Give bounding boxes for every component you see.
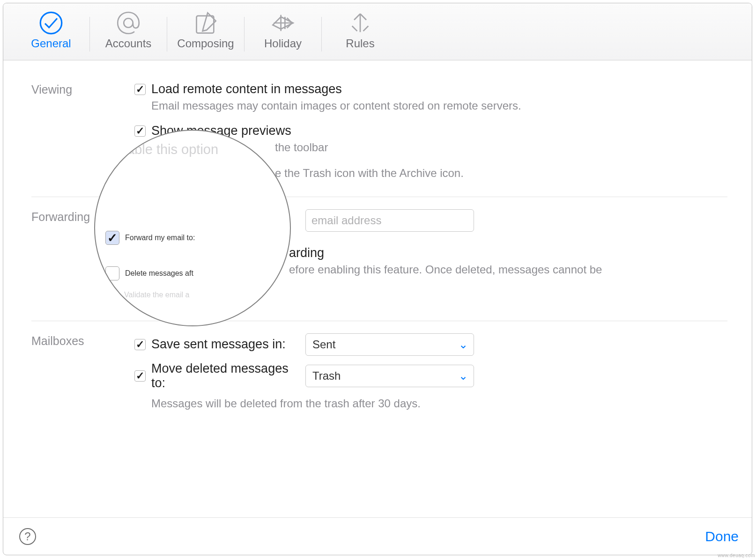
tab-rules[interactable]: Rules xyxy=(323,8,398,56)
label-save-sent: Save sent messages in: xyxy=(151,337,286,352)
preferences-window: General Accounts Composing Holiday xyxy=(3,3,752,555)
help-previews-tail: the toolbar xyxy=(275,140,727,155)
section-title-forwarding: Forwarding xyxy=(31,209,134,305)
help-validate-tail: ered. xyxy=(181,290,727,305)
checkbox-move-deleted[interactable] xyxy=(134,370,146,382)
forward-email-input[interactable] xyxy=(305,209,474,232)
label-load-remote: Load remote content in messages xyxy=(151,82,342,96)
tab-holiday[interactable]: Holiday xyxy=(245,8,320,56)
toolbar-separator xyxy=(167,17,167,51)
tab-composing[interactable]: Composing xyxy=(168,8,243,56)
select-move-deleted-value: Trash xyxy=(312,369,341,382)
label-show-previews: Show message previews xyxy=(151,124,291,138)
help-move-deleted: Messages will be deleted from the trash … xyxy=(151,396,727,411)
toolbar-separator xyxy=(89,17,90,51)
checkbox-save-sent[interactable] xyxy=(134,339,146,350)
help-button[interactable]: ? xyxy=(19,528,36,545)
section-viewing: Viewing Load remote content in messages … xyxy=(31,79,727,197)
tab-general[interactable]: General xyxy=(14,8,89,56)
select-save-sent[interactable]: Sent ⌄ xyxy=(305,333,474,356)
section-forwarding: Forwarding arding efore enabling this fe… xyxy=(31,197,727,321)
chevron-down-icon: ⌄ xyxy=(457,338,470,351)
tab-accounts-label: Accounts xyxy=(105,37,152,50)
watermark: www.deuaq.com xyxy=(718,553,755,558)
help-archive-tail: e the Trash icon with the Archive icon. xyxy=(275,166,727,181)
help-load-remote: Email messages may contain images or con… xyxy=(151,98,727,113)
tab-composing-label: Composing xyxy=(177,37,234,50)
checkbox-show-previews[interactable] xyxy=(134,125,146,137)
help-icon: ? xyxy=(24,530,30,543)
footer: ? Done xyxy=(3,517,752,555)
content-area: Viewing Load remote content in messages … xyxy=(3,60,752,517)
label-move-deleted: Move deleted messages to: xyxy=(151,361,296,390)
chevron-down-icon: ⌄ xyxy=(457,369,470,382)
section-title-viewing: Viewing xyxy=(31,82,134,181)
section-mailboxes: Mailboxes Save sent messages in: Sent ⌄ xyxy=(31,321,727,416)
checkbox-load-remote[interactable] xyxy=(134,84,146,95)
done-button[interactable]: Done xyxy=(705,529,739,544)
toolbar-separator xyxy=(321,17,322,51)
label-delete-after-tail: arding xyxy=(289,246,324,260)
svg-point-0 xyxy=(40,12,62,34)
toolbar-separator xyxy=(244,17,245,51)
tab-general-label: General xyxy=(31,37,71,50)
svg-point-1 xyxy=(124,18,133,28)
section-title-mailboxes: Mailboxes xyxy=(31,333,134,411)
select-save-sent-value: Sent xyxy=(312,338,335,351)
toolbar: General Accounts Composing Holiday xyxy=(3,3,752,60)
help-delete-after: efore enabling this feature. Once delete… xyxy=(289,262,727,277)
tab-rules-label: Rules xyxy=(346,37,374,50)
select-move-deleted[interactable]: Trash ⌄ xyxy=(305,365,474,387)
tab-accounts[interactable]: Accounts xyxy=(91,8,166,56)
tab-holiday-label: Holiday xyxy=(264,37,302,50)
